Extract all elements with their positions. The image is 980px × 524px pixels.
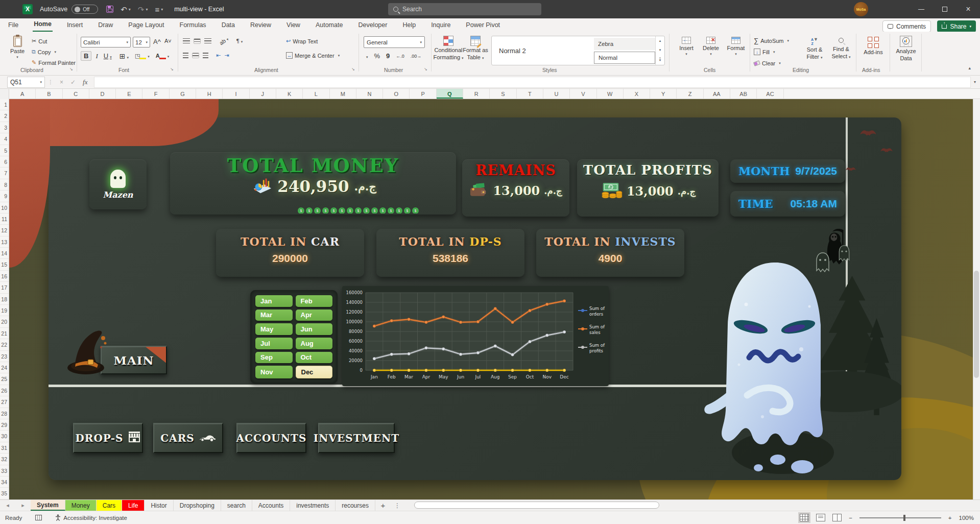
month-button-nov[interactable]: Nov <box>255 366 293 378</box>
row-header-7[interactable]: 7 <box>0 168 9 179</box>
line-chart[interactable]: 0200004000060000800001000001200001400001… <box>342 286 609 386</box>
gallery-down-icon[interactable]: ▾ <box>659 48 661 52</box>
row-header-4[interactable]: 4 <box>0 133 9 145</box>
paste-button[interactable]: Paste ▾ <box>10 36 25 59</box>
autosave-toggle[interactable]: Off <box>71 5 98 14</box>
find-select-button[interactable]: Find & Select <box>829 36 853 59</box>
ribbon-tab-insert[interactable]: Insert <box>66 19 84 32</box>
nav-button-drop-s[interactable]: DROP-S <box>73 423 143 453</box>
ribbon-tab-data[interactable]: Data <box>221 19 236 32</box>
column-header-Z[interactable]: Z <box>677 89 703 99</box>
format-painter-button[interactable]: ✎ Format Painter <box>32 59 76 66</box>
sheet-tab-money[interactable]: Money <box>65 500 97 511</box>
sheet-tab-investments[interactable]: investments <box>290 500 336 511</box>
gallery-up-icon[interactable]: ▴ <box>659 39 661 43</box>
month-button-jul[interactable]: Jul <box>255 338 293 349</box>
row-header-15[interactable]: 15 <box>0 259 9 270</box>
row-header-2[interactable]: 2 <box>0 110 9 122</box>
row-header-26[interactable]: 26 <box>0 385 9 396</box>
ribbon-tab-help[interactable]: Help <box>401 19 417 32</box>
style-normal[interactable]: Normal <box>594 52 655 64</box>
row-header-22[interactable]: 22 <box>0 339 9 350</box>
page-layout-view-button[interactable] <box>816 514 825 521</box>
row-header-23[interactable]: 23 <box>0 351 9 362</box>
row-header-21[interactable]: 21 <box>0 328 9 339</box>
row-header-24[interactable]: 24 <box>0 362 9 373</box>
sheet-next-icon[interactable]: ▸ <box>15 500 31 511</box>
column-header-F[interactable]: F <box>142 89 169 99</box>
wrap-text-button[interactable]: ↩ Wrap Text <box>286 38 318 44</box>
vertical-scrollbar[interactable] <box>973 99 980 499</box>
ribbon-tab-view[interactable]: View <box>285 19 301 32</box>
fill-color-button[interactable]: ◳ <box>135 53 150 59</box>
row-header-35[interactable]: 35 <box>0 488 9 499</box>
month-button-feb[interactable]: Feb <box>296 295 333 307</box>
row-header-16[interactable]: 16 <box>0 271 9 282</box>
format-cells-button[interactable]: Format ▾ <box>724 37 748 56</box>
column-header-I[interactable]: I <box>223 89 249 99</box>
insert-function-icon[interactable]: fx <box>83 78 87 86</box>
column-header-A[interactable]: A <box>9 89 36 99</box>
comments-button[interactable]: Comments <box>882 20 931 32</box>
column-header-J[interactable]: J <box>250 89 276 99</box>
font-size-select[interactable]: 12 ▾ <box>133 37 150 47</box>
increase-decimal-button[interactable]: ←.0 <box>396 54 404 59</box>
column-header-N[interactable]: N <box>356 89 383 99</box>
shrink-font-button[interactable]: A˅ <box>164 38 172 44</box>
column-header-AB[interactable]: AB <box>730 89 757 99</box>
sheet-options-icon[interactable]: ⋮ <box>391 500 404 511</box>
comma-style-button[interactable]: 9 <box>386 52 390 60</box>
column-header-S[interactable]: S <box>490 89 516 99</box>
row-header-28[interactable]: 28 <box>0 408 9 419</box>
row-header-20[interactable]: 20 <box>0 316 9 327</box>
column-header-R[interactable]: R <box>463 89 490 99</box>
clipboard-launcher-icon[interactable]: ↘ <box>69 67 73 72</box>
column-header-L[interactable]: L <box>303 89 329 99</box>
column-header-G[interactable]: G <box>170 89 196 99</box>
quick-access-caret-icon[interactable]: ▾ <box>161 7 163 12</box>
orientation-button[interactable]: ab <box>218 36 229 46</box>
delete-cells-button[interactable]: Delete ▾ <box>700 37 722 56</box>
row-header-34[interactable]: 34 <box>0 477 9 488</box>
zoom-out-button[interactable]: − <box>849 515 852 521</box>
style-normal-2[interactable]: Normal 2 <box>492 36 594 65</box>
month-button-apr[interactable]: Apr <box>296 309 333 321</box>
text-direction-button[interactable]: ¶ <box>236 38 243 44</box>
row-header-9[interactable]: 9 <box>0 190 9 202</box>
month-button-may[interactable]: May <box>255 323 293 335</box>
ribbon-tab-inquire[interactable]: Inquire <box>430 19 451 32</box>
share-button[interactable]: Share ▾ <box>937 20 976 32</box>
ribbon-tab-developer[interactable]: Developer <box>357 19 388 32</box>
align-left-icon[interactable] <box>183 53 188 58</box>
ribbon-tab-review[interactable]: Review <box>249 19 272 32</box>
number-format-select[interactable]: General ▾ <box>364 36 425 48</box>
cut-button[interactable]: ✂ Cut <box>32 38 47 44</box>
column-header-Q[interactable]: Q <box>437 89 463 99</box>
month-button-jan[interactable]: Jan <box>255 295 293 307</box>
quick-access-menu-icon[interactable]: ≡ <box>155 6 159 13</box>
ribbon-tab-formulas[interactable]: Formulas <box>179 19 207 32</box>
new-sheet-button[interactable]: + <box>375 500 391 511</box>
normal-view-button[interactable] <box>800 514 809 521</box>
column-header-O[interactable]: O <box>383 89 410 99</box>
zoom-in-button[interactable]: + <box>948 515 952 521</box>
row-header-18[interactable]: 18 <box>0 294 9 305</box>
alignment-launcher-icon[interactable]: ↘ <box>351 67 355 72</box>
excel-app-icon[interactable] <box>22 4 33 14</box>
row-header-6[interactable]: 6 <box>0 156 9 168</box>
column-header-Y[interactable]: Y <box>650 89 677 99</box>
row-header-3[interactable]: 3 <box>0 122 9 133</box>
sheet-tab-life[interactable]: Life <box>122 500 145 511</box>
minimize-button[interactable]: — <box>910 0 933 18</box>
zoom-slider[interactable] <box>859 517 941 518</box>
nav-button-investment[interactable]: INVESTMENT <box>318 423 395 453</box>
row-header-1[interactable]: 1 <box>0 99 9 110</box>
row-header-33[interactable]: 33 <box>0 465 9 477</box>
column-header-D[interactable]: D <box>89 89 116 99</box>
ribbon-tab-automate[interactable]: Automate <box>315 19 344 32</box>
month-button-aug[interactable]: Aug <box>296 338 333 349</box>
sheet-prev-icon[interactable]: ◂ <box>0 500 15 511</box>
autosum-button[interactable]: ∑ AutoSum <box>754 37 789 44</box>
avatar[interactable]: MoSa <box>854 2 868 16</box>
row-header-17[interactable]: 17 <box>0 282 9 293</box>
